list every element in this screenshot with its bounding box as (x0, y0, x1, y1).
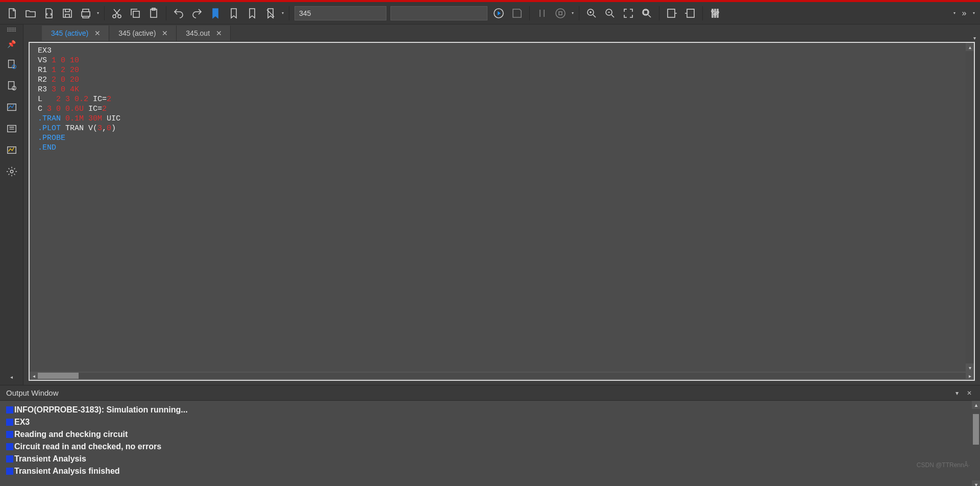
svg-point-16 (717, 11, 719, 13)
redo-button[interactable] (188, 4, 206, 22)
output-line: Transient Analysis finished (6, 465, 974, 477)
scroll-left-arrow-icon[interactable]: ◂ (30, 372, 38, 380)
svg-rect-13 (687, 9, 694, 17)
print-button[interactable] (77, 4, 95, 22)
tabs-overflow-button[interactable]: ▾ (969, 35, 980, 41)
run-button[interactable] (489, 4, 508, 22)
view-schematic-button[interactable] (4, 120, 20, 137)
export-left-button[interactable] (663, 4, 681, 22)
new-code-button[interactable] (40, 4, 58, 22)
open-file-button[interactable] (21, 4, 40, 22)
view-plot-button[interactable] (4, 142, 20, 158)
tab-345-out[interactable]: 345.out ✕ (177, 26, 231, 41)
output-line-text: Transient Analysis finished (14, 467, 120, 476)
scrollbar-thumb[interactable] (38, 373, 79, 379)
output-close-button[interactable]: ✕ (965, 390, 974, 397)
view-netlist-button[interactable] (4, 56, 20, 72)
copy-button[interactable] (126, 4, 144, 22)
paste-button[interactable] (144, 4, 163, 22)
save-button[interactable] (58, 4, 77, 22)
zoom-out-button[interactable] (601, 4, 619, 22)
zoom-fit-button[interactable] (619, 4, 638, 22)
view-waveform-button[interactable] (4, 99, 20, 115)
scroll-down-arrow-icon[interactable]: ▾ (966, 363, 974, 372)
tab-label: 345 (active) (118, 29, 156, 37)
close-icon[interactable]: ✕ (161, 29, 169, 37)
tab-345-active-1[interactable]: 345 (active) ✕ (42, 26, 109, 41)
svg-rect-7 (559, 12, 562, 15)
output-line-text: EX3 (14, 418, 30, 427)
svg-point-0 (113, 15, 116, 18)
scroll-down-arrow-icon[interactable]: ▾ (972, 480, 980, 486)
scroll-up-arrow-icon[interactable]: ▴ (966, 43, 974, 51)
svg-point-14 (712, 10, 714, 12)
left-sidebar: 📌 ◂ (0, 25, 23, 385)
output-line: INFO(ORPROBE-3183): Simulation running..… (6, 404, 974, 416)
output-line: Transient Analysis (6, 453, 974, 465)
export-right-button[interactable] (681, 4, 699, 22)
toolbar-more-button[interactable]: ▾ (971, 11, 977, 15)
info-square-icon (6, 419, 13, 426)
filter-button[interactable] (706, 4, 724, 22)
editor-vertical-scrollbar[interactable]: ▴ ▾ (966, 43, 974, 372)
output-body[interactable]: INFO(ORPROBE-3183): Simulation running..… (0, 401, 980, 486)
svg-rect-22 (7, 126, 16, 132)
settings-button[interactable] (4, 163, 20, 180)
stop-button[interactable] (551, 4, 570, 22)
output-line-text: Circuit read in and checked, no errors (14, 442, 161, 451)
editor-horizontal-scrollbar[interactable]: ◂ ▸ (30, 372, 974, 380)
bookmark-clear-button[interactable] (261, 4, 280, 22)
scroll-right-arrow-icon[interactable]: ▸ (966, 372, 974, 380)
view-output-button[interactable] (4, 78, 20, 94)
toolbar-overflow-dropdown[interactable]: ▾ (951, 11, 958, 15)
svg-rect-12 (668, 9, 675, 17)
zoom-area-button[interactable] (638, 4, 656, 22)
output-line: EX3 (6, 416, 974, 428)
output-line-text: Reading and checking circuit (14, 430, 128, 439)
scroll-up-arrow-icon[interactable]: ▴ (972, 401, 980, 409)
undo-button[interactable] (169, 4, 188, 22)
bookmark-prev-button[interactable] (243, 4, 261, 22)
drag-handle-icon[interactable] (7, 28, 16, 33)
save-results-button[interactable] (508, 4, 526, 22)
editor-tabs: 345 (active) ✕ 345 (active) ✕ 345.out ✕ … (23, 25, 980, 41)
pin-icon[interactable]: 📌 (7, 40, 16, 48)
output-line-text: INFO(ORPROBE-3183): Simulation running..… (14, 405, 188, 415)
code-editor[interactable]: EX3VS 1 0 10R1 1 2 20R2 2 0 20R3 3 0 4KL… (30, 43, 974, 372)
command-input[interactable] (390, 6, 487, 20)
tab-345-active-2[interactable]: 345 (active) ✕ (109, 26, 177, 41)
editor-panel: EX3VS 1 0 10R1 1 2 20R2 2 0 20R3 3 0 4KL… (29, 42, 975, 381)
output-vertical-scrollbar[interactable]: ▴ ▾ (972, 401, 980, 486)
info-square-icon (6, 468, 13, 475)
zoom-in-button[interactable] (582, 4, 601, 22)
info-square-icon (6, 431, 13, 438)
svg-rect-17 (8, 60, 14, 68)
svg-rect-19 (8, 82, 14, 89)
info-square-icon (6, 406, 13, 414)
close-icon[interactable]: ✕ (93, 29, 102, 37)
svg-point-6 (556, 9, 565, 18)
output-panel: Output Window ▾ ✕ INFO(ORPROBE-3183): Si… (0, 385, 980, 486)
sidebar-collapse-button[interactable]: ◂ (4, 369, 20, 385)
output-minimize-button[interactable]: ▾ (952, 390, 962, 397)
output-title-bar: Output Window ▾ ✕ (0, 385, 980, 401)
print-dropdown[interactable]: ▾ (95, 11, 101, 15)
toolbar-overflow-button[interactable]: » (958, 4, 971, 22)
bookmark-toggle-button[interactable] (206, 4, 225, 22)
main-toolbar: ▾ ▾ ▾ ▾ » ▾ (0, 2, 980, 25)
close-icon[interactable]: ✕ (215, 29, 223, 37)
info-square-icon (6, 455, 13, 463)
svg-rect-11 (644, 10, 648, 14)
output-line: Circuit read in and checked, no errors (6, 441, 974, 453)
scrollbar-thumb[interactable] (973, 414, 979, 445)
new-file-button[interactable] (3, 4, 21, 22)
svg-point-15 (714, 13, 716, 15)
bookmark-dropdown[interactable]: ▾ (280, 11, 286, 15)
svg-point-24 (10, 170, 13, 173)
cut-button[interactable] (108, 4, 126, 22)
search-input[interactable] (295, 6, 386, 20)
bookmark-next-button[interactable] (225, 4, 243, 22)
run-dropdown[interactable]: ▾ (570, 11, 576, 15)
pause-button[interactable] (533, 4, 551, 22)
output-line: Reading and checking circuit (6, 428, 974, 441)
